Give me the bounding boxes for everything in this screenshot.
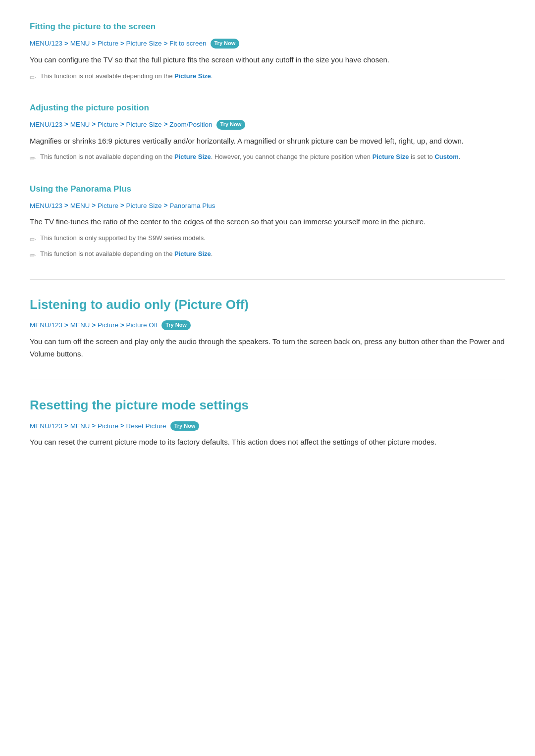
section-fitting: Fitting the picture to the screenMENU/12… [30,20,505,83]
breadcrumb-panorama: MENU/123 > MENU > Picture > Picture Size… [30,201,505,211]
section-body-panorama: The TV fine-tunes the ratio of the cente… [30,216,505,228]
breadcrumb-separator: > [164,119,168,130]
breadcrumb-item: Picture [98,421,118,432]
note-text: This function is not available depending… [40,249,213,259]
breadcrumb-item: MENU/123 [30,119,62,130]
note-adjusting-0: ✏This function is not available dependin… [30,152,505,164]
breadcrumb-audio-only: MENU/123 > MENU > Picture > Picture OffT… [30,320,505,331]
breadcrumb-separator: > [120,119,124,130]
breadcrumb-separator: > [92,39,96,49]
breadcrumb-item: MENU/123 [30,201,62,211]
breadcrumb-item: Reset Picture [126,421,166,432]
breadcrumb-separator: > [64,320,68,331]
section-title-fitting: Fitting the picture to the screen [30,20,505,33]
section-title-resetting: Resetting the picture mode settings [30,395,505,416]
breadcrumb-item: MENU/123 [30,421,62,432]
pencil-icon: ✏ [30,152,36,164]
breadcrumb-item: MENU [70,320,90,331]
note-text: This function is only supported by the S… [40,233,206,243]
breadcrumb-item: Picture Off [126,320,158,331]
note-text: This function is not available depending… [40,152,460,162]
note-fitting-0: ✏This function is not available dependin… [30,71,505,83]
breadcrumb-item: Picture Size [126,38,162,49]
breadcrumb-item: Panorama Plus [169,201,215,211]
pencil-icon: ✏ [30,250,36,261]
breadcrumb-item: Picture [98,201,118,211]
section-body-resetting: You can reset the current picture mode t… [30,436,505,449]
section-audio-only: Listening to audio only (Picture Off)MEN… [30,279,505,360]
breadcrumb-separator: > [164,39,168,49]
note-highlight: Picture Size [174,72,211,80]
breadcrumb-separator: > [120,201,124,211]
section-panorama: Using the Panorama PlusMENU/123 > MENU >… [30,182,505,261]
try-now-badge[interactable]: Try Now [216,120,246,130]
breadcrumb-adjusting: MENU/123 > MENU > Picture > Picture Size… [30,119,505,130]
breadcrumb-separator: > [64,201,68,211]
section-body-audio-only: You can turn off the screen and play onl… [30,336,505,360]
breadcrumb-separator: > [120,39,124,49]
breadcrumb-item: MENU/123 [30,38,62,49]
breadcrumb-separator: > [92,421,96,431]
breadcrumb-item: MENU [70,201,90,211]
try-now-badge[interactable]: Try Now [161,320,191,330]
note-highlight3: Custom [434,153,458,160]
breadcrumb-item: MENU [70,38,90,49]
try-now-badge[interactable]: Try Now [170,421,200,431]
breadcrumb-separator: > [64,39,68,49]
section-title-audio-only: Listening to audio only (Picture Off) [30,295,505,315]
breadcrumb-separator: > [64,421,68,431]
breadcrumb-resetting: MENU/123 > MENU > Picture > Reset Pictur… [30,421,505,432]
section-body-fitting: You can configure the TV so that the ful… [30,54,505,66]
section-resetting: Resetting the picture mode settingsMENU/… [30,380,505,449]
pencil-icon: ✏ [30,234,36,245]
breadcrumb-item: MENU [70,421,90,432]
note-panorama-1: ✏This function is not available dependin… [30,249,505,261]
breadcrumb-item: MENU/123 [30,320,62,331]
breadcrumb-item: Picture [98,119,118,130]
breadcrumb-item: Picture [98,38,118,49]
page-content: Fitting the picture to the screenMENU/12… [30,20,505,449]
note-highlight: Picture Size [174,153,211,160]
breadcrumb-separator: > [92,201,96,211]
try-now-badge[interactable]: Try Now [211,39,240,49]
note-panorama-0: ✏This function is only supported by the … [30,233,505,245]
breadcrumb-item: Picture [98,320,118,331]
breadcrumb-separator: > [64,119,68,130]
breadcrumb-separator: > [120,421,124,431]
breadcrumb-item: Picture Size [126,119,162,130]
note-highlight2: Picture Size [373,153,409,160]
breadcrumb-separator: > [92,320,96,331]
breadcrumb-item: Zoom/Position [169,119,212,130]
pencil-icon: ✏ [30,72,36,83]
breadcrumb-separator: > [120,320,124,331]
note-highlight: Picture Size [174,250,211,257]
breadcrumb-separator: > [92,119,96,130]
breadcrumb-item: MENU [70,119,90,130]
section-body-adjusting: Magnifies or shrinks 16:9 pictures verti… [30,135,505,148]
breadcrumb-separator: > [164,201,168,211]
section-title-panorama: Using the Panorama Plus [30,182,505,196]
breadcrumb-fitting: MENU/123 > MENU > Picture > Picture Size… [30,38,505,49]
note-text: This function is not available depending… [40,71,213,81]
breadcrumb-item: Fit to screen [169,38,206,49]
section-title-adjusting: Adjusting the picture position [30,101,505,114]
breadcrumb-item: Picture Size [126,201,162,211]
section-adjusting: Adjusting the picture positionMENU/123 >… [30,101,505,164]
